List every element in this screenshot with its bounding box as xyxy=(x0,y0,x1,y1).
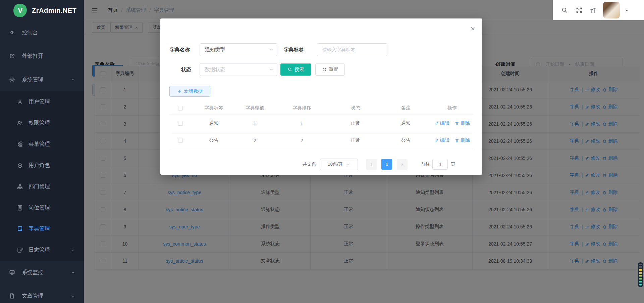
modal-dict-name-label: 字典名称 xyxy=(170,43,190,56)
sidebar-item-label: 部门管理 xyxy=(29,183,50,190)
logo-row[interactable]: V ZrAdmin.NET xyxy=(0,0,84,21)
dashboard-icon xyxy=(9,30,15,36)
plus-icon xyxy=(177,89,182,94)
cell-status: 正常 xyxy=(330,132,381,149)
sidebar-item-label: 系统管理 xyxy=(22,76,43,83)
user-avatar[interactable] xyxy=(603,2,620,18)
close-icon[interactable]: × xyxy=(471,25,475,33)
chevron-down-icon xyxy=(269,67,274,72)
modal-table-body: 通知 1 1 正常 通知 编辑 删除 xyxy=(169,115,473,149)
chevron-down-icon xyxy=(71,270,75,275)
sidebar-item-label: 用户角色 xyxy=(29,162,50,169)
sidebar-item-label: 外部打开 xyxy=(22,53,43,60)
pagination-goto-label: 前往 xyxy=(421,161,430,167)
modal-row-delete-link[interactable]: 删除 xyxy=(455,137,470,143)
sidebar-item-user-management[interactable]: 用户管理 xyxy=(0,91,84,113)
modal-column-dict-sort: 字典排序 xyxy=(273,101,330,115)
monitor-icon xyxy=(9,269,15,275)
sidebar-item-user-role[interactable]: 用户角色 xyxy=(0,155,84,176)
cell-remark: 通知 xyxy=(381,115,431,132)
modal-search-button[interactable]: 搜索 xyxy=(280,63,311,76)
sidebar-item-label: 系统监控 xyxy=(22,269,43,276)
modal-dict-name-select[interactable]: 通知类型 xyxy=(200,43,277,56)
modal-table-header: 字典标签 字典键值 字典排序 状态 备注 操作 xyxy=(169,101,473,115)
pencil-icon xyxy=(434,138,439,143)
modal-row-delete-link[interactable]: 删除 xyxy=(455,120,470,126)
modal-select-all-checkbox[interactable] xyxy=(178,106,183,111)
user-icon xyxy=(17,99,23,105)
modal-column-operations: 操作 xyxy=(431,101,473,115)
sidebar-item-console[interactable]: 控制台 xyxy=(0,21,84,44)
org-tree-icon xyxy=(17,183,23,190)
modal-dict-name-value: 通知类型 xyxy=(205,47,225,53)
sidebar-item-dict-management[interactable]: 字典管理 xyxy=(0,218,84,240)
cell-remark: 公告 xyxy=(381,132,431,149)
sidebar-item-label: 文章管理 xyxy=(22,293,43,300)
page-size-select[interactable]: 10条/页 xyxy=(320,159,358,170)
modal-status-select[interactable]: 数据状态 xyxy=(200,63,277,76)
pagination-goto-input[interactable] xyxy=(432,159,448,170)
modal-reset-button[interactable]: 重置 xyxy=(315,63,345,76)
page-size-value: 10条/页 xyxy=(328,161,342,167)
search-icon xyxy=(288,67,292,72)
modal-add-data-button[interactable]: 新增数据 xyxy=(169,86,210,97)
scrollbar-minimap[interactable] xyxy=(638,262,643,287)
cell-dict-sort: 1 xyxy=(273,115,330,132)
modal-column-remark: 备注 xyxy=(381,101,431,115)
caret-down-icon[interactable] xyxy=(625,8,629,13)
modal-row-edit-link[interactable]: 编辑 xyxy=(434,137,449,143)
sidebar-item-system-monitor[interactable]: 系统监控 xyxy=(0,261,84,284)
modal-row-edit-link[interactable]: 编辑 xyxy=(434,120,449,126)
sidebar-item-external-open[interactable]: 外部打开 xyxy=(0,44,84,68)
sidebar-item-label: 字典管理 xyxy=(29,225,50,232)
modal-row-checkbox[interactable] xyxy=(178,138,183,143)
log-icon xyxy=(17,247,23,253)
sidebar: V ZrAdmin.NET 控制台 外部打开 系统管理 用户管理 权限管理 xyxy=(0,0,84,303)
modal-row-delete-label: 删除 xyxy=(461,137,470,143)
fullscreen-icon[interactable] xyxy=(576,7,583,14)
modal-add-data-label: 新增数据 xyxy=(184,88,203,94)
pagination-next-button[interactable]: › xyxy=(397,159,408,170)
modal-search-label: 搜索 xyxy=(295,67,304,73)
sidebar-item-permission-management[interactable]: 权限管理 xyxy=(0,113,84,134)
app-logo: V xyxy=(13,3,28,18)
dict-data-modal: × 字典名称 通知类型 字典标签 状态 数据状态 搜索 重置 新增数据 xyxy=(160,18,482,175)
modal-status-placeholder: 数据状态 xyxy=(205,67,225,73)
app-title: ZrAdmin.NET xyxy=(32,7,76,14)
sidebar-item-article-management[interactable]: 文章管理 xyxy=(0,284,84,303)
trash-icon xyxy=(455,138,459,143)
badge-icon xyxy=(17,205,23,211)
sidebar-item-menu-management[interactable]: 菜单管理 xyxy=(0,134,84,155)
cell-dict-label: 公告 xyxy=(191,132,236,149)
app-screen: V ZrAdmin.NET 控制台 外部打开 系统管理 用户管理 权限管理 xyxy=(0,0,644,303)
menu-tree-icon xyxy=(17,141,23,147)
scrollbar-minimap-stripes xyxy=(639,264,642,286)
sidebar-item-log-management[interactable]: 日志管理 xyxy=(0,240,84,261)
sidebar-item-post-management[interactable]: 岗位管理 xyxy=(0,197,84,218)
cell-dict-value: 1 xyxy=(236,115,273,132)
sidebar-item-label: 菜单管理 xyxy=(29,141,50,148)
sidebar-item-label: 控制台 xyxy=(22,29,38,36)
table-row: 通知 1 1 正常 通知 编辑 删除 xyxy=(169,115,473,132)
modal-row-edit-label: 编辑 xyxy=(440,137,449,143)
modal-row-checkbox[interactable] xyxy=(178,121,183,126)
sidebar-item-department-management[interactable]: 部门管理 xyxy=(0,176,84,197)
pagination-page-1[interactable]: 1 xyxy=(381,159,392,170)
table-row: 公告 2 2 正常 公告 编辑 删除 xyxy=(169,132,473,149)
modal-row-edit-label: 编辑 xyxy=(440,120,449,126)
sidebar-item-system-management[interactable]: 系统管理 xyxy=(0,68,84,91)
sidebar-item-label: 用户管理 xyxy=(29,98,50,105)
cell-dict-sort: 2 xyxy=(273,132,330,149)
font-size-icon[interactable] xyxy=(590,7,596,14)
modal-dict-label-input[interactable] xyxy=(317,43,387,56)
chevron-up-icon xyxy=(71,78,75,82)
robot-icon xyxy=(17,162,23,169)
header-right-cluster xyxy=(553,0,644,20)
pagination-prev-button[interactable]: ‹ xyxy=(366,159,377,170)
search-icon[interactable] xyxy=(561,7,568,13)
gear-icon xyxy=(9,77,15,83)
pagination-unit-label: 页 xyxy=(451,161,455,167)
modal-row-delete-label: 删除 xyxy=(461,120,470,126)
modal-column-status: 状态 xyxy=(330,101,381,115)
cell-status: 正常 xyxy=(330,115,381,132)
